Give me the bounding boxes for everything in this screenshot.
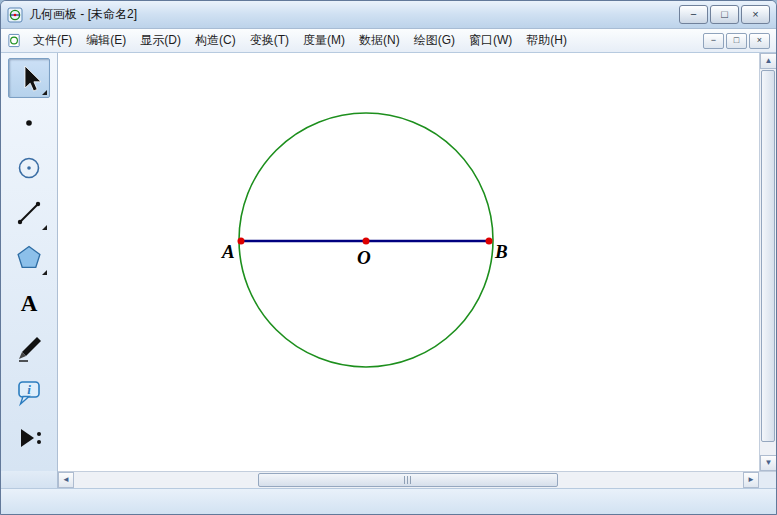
menu-file[interactable]: 文件(F)	[26, 28, 79, 53]
menu-graph[interactable]: 绘图(G)	[407, 28, 462, 53]
point-A[interactable]	[238, 238, 245, 245]
flyout-indicator	[42, 225, 47, 230]
point-icon	[14, 108, 44, 138]
custom-tool[interactable]	[8, 418, 50, 458]
marker-icon	[14, 333, 44, 363]
marker-tool[interactable]	[8, 328, 50, 368]
horizontal-scrollbar-row: ◄ ►	[1, 471, 776, 488]
point-tool[interactable]	[8, 103, 50, 143]
horizontal-scrollbar[interactable]: ◄ ►	[58, 471, 759, 488]
main-content: A i	[1, 53, 776, 471]
flyout-indicator	[42, 90, 47, 95]
app-icon	[7, 7, 23, 23]
information-tool[interactable]: i	[8, 373, 50, 413]
menu-edit[interactable]: 编辑(E)	[79, 28, 133, 53]
selection-arrow-tool[interactable]	[8, 58, 50, 98]
compass-tool[interactable]	[8, 148, 50, 188]
compass-icon	[14, 153, 44, 183]
menu-data[interactable]: 数据(N)	[352, 28, 407, 53]
sketch-canvas[interactable]: A O B	[58, 53, 759, 471]
scroll-left-button[interactable]: ◄	[58, 472, 74, 488]
tool-palette: A i	[1, 53, 58, 471]
child-minimize-button[interactable]: −	[703, 33, 724, 49]
menu-transform[interactable]: 变换(T)	[243, 28, 296, 53]
text-tool[interactable]: A	[8, 283, 50, 323]
polygon-icon	[13, 242, 45, 274]
menu-construct[interactable]: 构造(C)	[188, 28, 243, 53]
straightedge-tool[interactable]	[8, 193, 50, 233]
status-bar	[1, 488, 776, 514]
window-controls: − □ ×	[679, 5, 770, 24]
maximize-button[interactable]: □	[710, 5, 739, 24]
child-restore-button[interactable]: □	[726, 33, 747, 49]
svg-text:i: i	[27, 382, 31, 397]
child-close-button[interactable]: ×	[749, 33, 770, 49]
menu-help[interactable]: 帮助(H)	[519, 28, 574, 53]
point-O[interactable]	[363, 238, 370, 245]
child-window-controls: − □ ×	[703, 33, 772, 49]
close-button[interactable]: ×	[741, 5, 770, 24]
toolbar-spacer	[1, 471, 58, 488]
polygon-tool[interactable]	[8, 238, 50, 278]
app-window: 几何画板 - [未命名2] − □ × 文件(F) 编辑(E) 显示(D) 构造…	[0, 0, 777, 515]
vertical-scrollbar[interactable]: ▲ ▼	[759, 53, 776, 471]
text-tool-glyph: A	[21, 292, 38, 315]
sketch-drawing: A O B	[58, 53, 759, 471]
scroll-up-button[interactable]: ▲	[760, 53, 777, 69]
scroll-right-button[interactable]: ►	[743, 472, 759, 488]
menu-bar: 文件(F) 编辑(E) 显示(D) 构造(C) 变换(T) 度量(M) 数据(N…	[1, 29, 776, 53]
custom-tool-icon	[13, 422, 45, 454]
selection-arrow-icon	[14, 63, 44, 93]
minimize-button[interactable]: −	[679, 5, 708, 24]
point-B[interactable]	[486, 238, 493, 245]
information-icon: i	[13, 377, 45, 409]
scroll-down-button[interactable]: ▼	[760, 455, 777, 471]
vertical-scroll-thumb[interactable]	[761, 70, 775, 442]
menu-window[interactable]: 窗口(W)	[462, 28, 519, 53]
flyout-indicator	[42, 270, 47, 275]
label-A[interactable]: A	[221, 241, 235, 262]
label-B[interactable]: B	[494, 241, 508, 262]
scrollbar-corner	[759, 471, 776, 488]
window-title: 几何画板 - [未命名2]	[29, 6, 137, 23]
document-icon	[7, 33, 22, 48]
menu-measure[interactable]: 度量(M)	[296, 28, 352, 53]
title-bar[interactable]: 几何画板 - [未命名2] − □ ×	[1, 1, 776, 29]
scroll-grip-icon	[404, 476, 413, 484]
menu-display[interactable]: 显示(D)	[133, 28, 188, 53]
straightedge-icon	[14, 198, 44, 228]
label-O[interactable]: O	[357, 247, 371, 268]
horizontal-scroll-thumb[interactable]	[258, 473, 558, 487]
